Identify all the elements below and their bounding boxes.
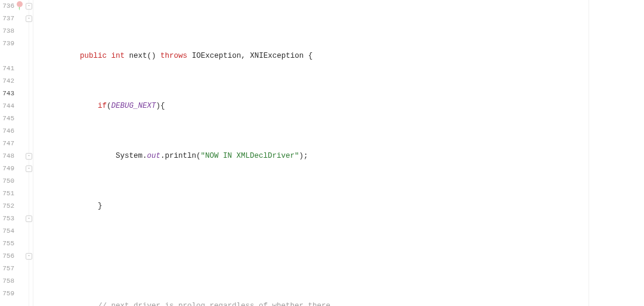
fold-toggle-icon[interactable]: - xyxy=(26,253,32,260)
keyword: public xyxy=(80,52,107,60)
keyword: throws xyxy=(160,52,187,60)
fold-gutter[interactable]: - - - - - - xyxy=(25,0,33,306)
line-number[interactable]: 754 xyxy=(0,225,14,238)
fold-toggle-icon[interactable]: - xyxy=(26,153,32,160)
line-number[interactable] xyxy=(0,50,14,63)
string-literal: "NOW IN XMLDeclDriver" xyxy=(201,152,299,160)
line-number[interactable]: 741 xyxy=(0,63,14,75)
code-line[interactable] xyxy=(33,250,644,263)
fold-toggle-icon[interactable]: - xyxy=(26,166,32,172)
line-number[interactable]: 755 xyxy=(0,238,14,250)
line-number[interactable]: 747 xyxy=(0,138,14,150)
comment: // next driver is prolog regardless of w… xyxy=(98,302,330,306)
paren: ( xyxy=(107,102,112,110)
code-editor[interactable]: 736 737 738 739 741 742 743 744 745 746 … xyxy=(0,0,644,306)
code-area[interactable]: public int next() throws IOException, XN… xyxy=(33,0,644,306)
fold-toggle-icon[interactable]: - xyxy=(26,3,32,10)
line-number[interactable]: 759 xyxy=(0,288,14,300)
line-number-gutter[interactable]: 736 737 738 739 741 742 743 744 745 746 … xyxy=(0,0,17,306)
code-line[interactable]: System.out.println("NOW IN XMLDeclDriver… xyxy=(33,150,644,163)
line-number[interactable]: 737 xyxy=(0,13,14,25)
fold-toggle-icon[interactable]: - xyxy=(26,216,32,222)
type-name: IOException xyxy=(192,52,242,60)
constant: DEBUG_NEXT xyxy=(112,102,156,110)
line-number[interactable]: 746 xyxy=(0,125,14,138)
brace: { xyxy=(308,52,313,60)
fold-toggle-icon[interactable]: - xyxy=(26,15,32,22)
line-number[interactable]: 749 xyxy=(0,163,14,175)
paren: ){ xyxy=(156,102,165,110)
line-number[interactable]: 753 xyxy=(0,213,14,225)
code-line[interactable]: } xyxy=(33,200,644,213)
method-name: next xyxy=(129,52,147,60)
line-number-current[interactable]: 743 xyxy=(0,88,14,100)
line-number[interactable]: 752 xyxy=(0,200,14,213)
field: out xyxy=(147,152,161,160)
line-number[interactable]: 736 xyxy=(0,0,14,13)
type-name: XNIException xyxy=(250,52,304,60)
keyword: int xyxy=(112,52,125,60)
line-number[interactable]: 757 xyxy=(0,263,14,275)
paren: ); xyxy=(299,152,308,160)
line-number[interactable]: 739 xyxy=(0,38,14,50)
line-number[interactable]: 745 xyxy=(0,113,14,125)
code-line[interactable]: if(DEBUG_NEXT){ xyxy=(33,100,644,113)
line-number[interactable]: 756 xyxy=(0,250,14,263)
brace: } xyxy=(98,202,103,210)
class-ref: System. xyxy=(116,152,147,160)
line-number[interactable]: 748 xyxy=(0,150,14,163)
keyword: if xyxy=(98,102,107,110)
line-number[interactable]: 758 xyxy=(0,275,14,288)
line-number[interactable]: 750 xyxy=(0,175,14,188)
code-line[interactable]: public int next() throws IOException, XN… xyxy=(33,50,644,63)
line-number[interactable]: 738 xyxy=(0,25,14,38)
line-number[interactable]: 742 xyxy=(0,75,14,88)
method-call: .println( xyxy=(160,152,201,160)
marker-gutter[interactable]: ↑ xyxy=(17,0,25,306)
line-number[interactable]: 744 xyxy=(0,100,14,113)
code-line[interactable]: // next driver is prolog regardless of w… xyxy=(33,300,644,306)
line-number[interactable]: 751 xyxy=(0,188,14,200)
run-marker-icon: ↑ xyxy=(18,2,21,15)
